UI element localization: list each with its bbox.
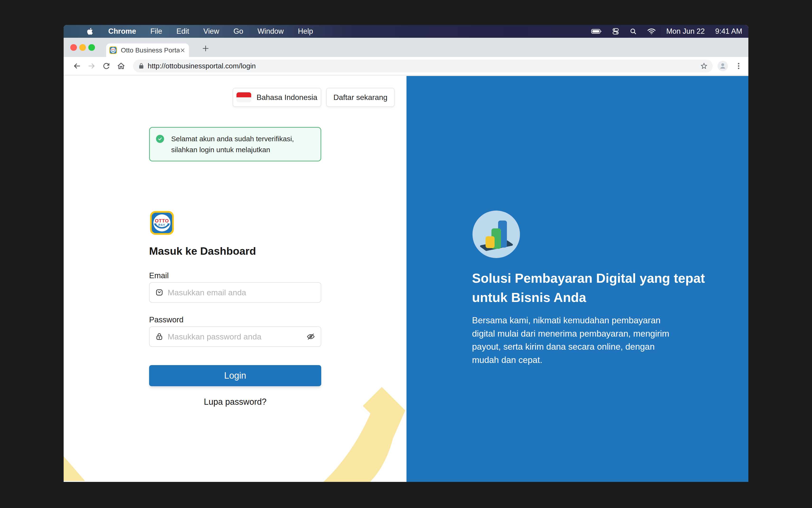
browser-tab[interactable]: OTTO Otto Business Portal: [106, 43, 189, 57]
maximize-window-button[interactable]: [88, 44, 95, 51]
svg-text:OTTO: OTTO: [111, 49, 116, 50]
profile-avatar-icon[interactable]: [718, 61, 728, 71]
login-heading: Masuk ke Dashboard: [149, 245, 256, 257]
login-button[interactable]: Login: [149, 365, 321, 386]
indonesia-flag-icon: [237, 92, 251, 102]
language-label: Bahasa Indonesia: [256, 93, 317, 102]
promo-body: Bersama kami, nikmati kemudahan pembayar…: [472, 314, 681, 367]
success-alert: Selamat akun anda sudah terverifikasi, s…: [149, 127, 321, 161]
menu-item-window[interactable]: Window: [258, 27, 284, 36]
tab-title: Otto Business Portal: [121, 46, 179, 54]
password-input[interactable]: [167, 332, 306, 342]
wifi-icon[interactable]: [647, 28, 656, 35]
chrome-tab-bar: OTTO Otto Business Portal: [63, 38, 749, 57]
email-field-box: [149, 282, 321, 303]
page-content: Bahasa Indonesia Daftar sekarang Selamat…: [63, 76, 749, 482]
battery-icon[interactable]: [591, 29, 602, 34]
bar-chart-illustration: [472, 211, 520, 259]
menu-item-help[interactable]: Help: [298, 27, 313, 36]
back-button[interactable]: [72, 61, 82, 71]
login-panel: Bahasa Indonesia Daftar sekarang Selamat…: [63, 76, 407, 482]
menu-item-go[interactable]: Go: [233, 27, 243, 36]
register-button[interactable]: Daftar sekarang: [326, 88, 395, 107]
email-label: Email: [149, 271, 169, 280]
minimize-window-button[interactable]: [79, 44, 86, 51]
ottopay-logo: OTTO PAY: [149, 211, 174, 236]
language-selector-button[interactable]: Bahasa Indonesia: [233, 88, 321, 107]
register-label: Daftar sekarang: [333, 93, 387, 102]
toggle-password-visibility-icon[interactable]: [306, 332, 315, 341]
decorative-corner-triangle: [63, 456, 85, 482]
lock-icon[interactable]: [138, 63, 144, 69]
close-window-button[interactable]: [70, 44, 77, 51]
promo-panel: Solusi Pembayaran Digital yang tepat unt…: [407, 76, 749, 482]
success-alert-text: Selamat akun anda sudah terverifikasi, s…: [171, 133, 314, 155]
padlock-icon: [155, 333, 163, 341]
menu-bar-clock[interactable]: 9:41 AM: [715, 27, 742, 36]
decorative-arrow-shape: [320, 385, 407, 482]
svg-text:PAY: PAY: [158, 223, 166, 227]
bookmark-star-icon[interactable]: [700, 62, 708, 70]
reload-button[interactable]: [101, 61, 112, 71]
macos-menu-bar: Chrome File Edit View Go Window Help Mon…: [63, 25, 749, 38]
home-button[interactable]: [116, 61, 126, 71]
menu-bar-date[interactable]: Mon Jun 22: [666, 27, 705, 36]
password-label: Password: [149, 315, 183, 324]
spotlight-icon[interactable]: [630, 28, 637, 35]
menu-item-view[interactable]: View: [204, 27, 219, 36]
mail-icon: [155, 288, 163, 296]
new-tab-button[interactable]: [201, 44, 210, 53]
control-center-icon[interactable]: [612, 28, 619, 35]
forward-button[interactable]: [86, 61, 97, 71]
menu-item-edit[interactable]: Edit: [176, 27, 189, 36]
apple-icon[interactable]: [86, 28, 94, 35]
browser-menu-icon[interactable]: [735, 62, 743, 70]
screen: Chrome File Edit View Go Window Help Mon…: [63, 25, 749, 482]
forgot-password-link[interactable]: Lupa password?: [149, 397, 321, 407]
password-field-box: [149, 326, 321, 347]
check-circle-icon: [156, 135, 164, 143]
chrome-toolbar: http://ottobusinessportal.com/login: [63, 57, 749, 76]
menu-item-file[interactable]: File: [150, 27, 162, 36]
ottopay-favicon: OTTO: [109, 46, 117, 54]
email-input[interactable]: [167, 288, 315, 297]
address-bar[interactable]: http://ottobusinessportal.com/login: [133, 59, 713, 72]
tab-close-icon[interactable]: [179, 47, 186, 53]
svg-text:OTTO: OTTO: [155, 218, 169, 223]
url-text[interactable]: http://ottobusinessportal.com/login: [148, 62, 256, 70]
promo-heading: Solusi Pembayaran Digital yang tepat unt…: [472, 269, 712, 307]
menu-item-chrome[interactable]: Chrome: [108, 27, 136, 36]
